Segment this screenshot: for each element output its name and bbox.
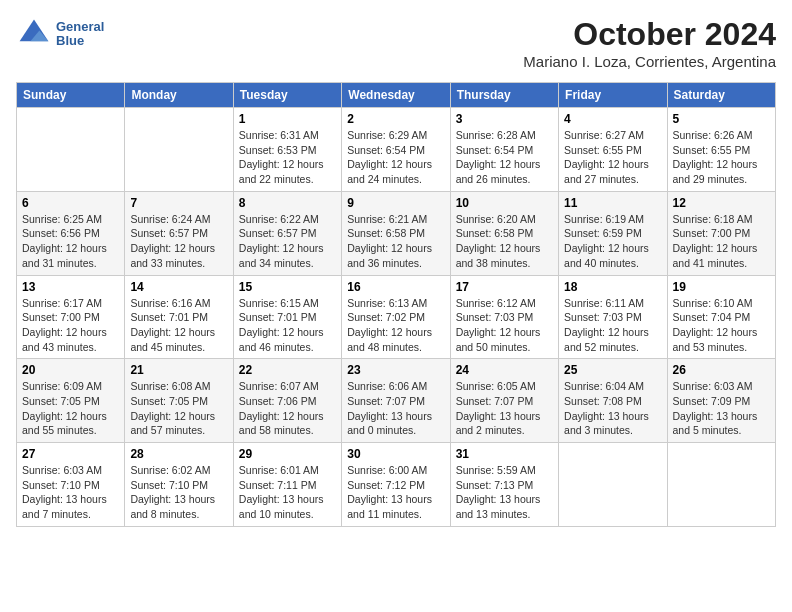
calendar-cell: 26Sunrise: 6:03 AM Sunset: 7:09 PM Dayli… xyxy=(667,359,775,443)
calendar-cell: 1Sunrise: 6:31 AM Sunset: 6:53 PM Daylig… xyxy=(233,108,341,192)
day-info: Sunrise: 5:59 AM Sunset: 7:13 PM Dayligh… xyxy=(456,463,553,522)
day-number: 2 xyxy=(347,112,444,126)
day-number: 15 xyxy=(239,280,336,294)
day-info: Sunrise: 6:07 AM Sunset: 7:06 PM Dayligh… xyxy=(239,379,336,438)
day-number: 12 xyxy=(673,196,770,210)
title-block: October 2024 Mariano I. Loza, Corrientes… xyxy=(523,16,776,70)
day-number: 17 xyxy=(456,280,553,294)
day-number: 18 xyxy=(564,280,661,294)
calendar-cell: 25Sunrise: 6:04 AM Sunset: 7:08 PM Dayli… xyxy=(559,359,667,443)
day-info: Sunrise: 6:16 AM Sunset: 7:01 PM Dayligh… xyxy=(130,296,227,355)
calendar-cell xyxy=(125,108,233,192)
calendar-cell: 27Sunrise: 6:03 AM Sunset: 7:10 PM Dayli… xyxy=(17,443,125,527)
calendar-cell: 20Sunrise: 6:09 AM Sunset: 7:05 PM Dayli… xyxy=(17,359,125,443)
calendar-cell: 14Sunrise: 6:16 AM Sunset: 7:01 PM Dayli… xyxy=(125,275,233,359)
calendar-cell: 3Sunrise: 6:28 AM Sunset: 6:54 PM Daylig… xyxy=(450,108,558,192)
calendar-cell xyxy=(667,443,775,527)
calendar-cell: 22Sunrise: 6:07 AM Sunset: 7:06 PM Dayli… xyxy=(233,359,341,443)
weekday-header-tuesday: Tuesday xyxy=(233,83,341,108)
day-info: Sunrise: 6:02 AM Sunset: 7:10 PM Dayligh… xyxy=(130,463,227,522)
day-number: 22 xyxy=(239,363,336,377)
day-number: 25 xyxy=(564,363,661,377)
day-info: Sunrise: 6:13 AM Sunset: 7:02 PM Dayligh… xyxy=(347,296,444,355)
day-number: 4 xyxy=(564,112,661,126)
logo-line1: General xyxy=(56,20,104,34)
calendar-cell: 8Sunrise: 6:22 AM Sunset: 6:57 PM Daylig… xyxy=(233,191,341,275)
day-number: 5 xyxy=(673,112,770,126)
calendar-cell: 4Sunrise: 6:27 AM Sunset: 6:55 PM Daylig… xyxy=(559,108,667,192)
day-info: Sunrise: 6:12 AM Sunset: 7:03 PM Dayligh… xyxy=(456,296,553,355)
day-number: 1 xyxy=(239,112,336,126)
page-header: General Blue October 2024 Mariano I. Loz… xyxy=(16,16,776,70)
weekday-header-sunday: Sunday xyxy=(17,83,125,108)
day-info: Sunrise: 6:04 AM Sunset: 7:08 PM Dayligh… xyxy=(564,379,661,438)
calendar-cell: 5Sunrise: 6:26 AM Sunset: 6:55 PM Daylig… xyxy=(667,108,775,192)
day-number: 8 xyxy=(239,196,336,210)
day-info: Sunrise: 6:29 AM Sunset: 6:54 PM Dayligh… xyxy=(347,128,444,187)
day-number: 7 xyxy=(130,196,227,210)
calendar-cell: 17Sunrise: 6:12 AM Sunset: 7:03 PM Dayli… xyxy=(450,275,558,359)
calendar-table: SundayMondayTuesdayWednesdayThursdayFrid… xyxy=(16,82,776,527)
calendar-cell: 7Sunrise: 6:24 AM Sunset: 6:57 PM Daylig… xyxy=(125,191,233,275)
day-info: Sunrise: 6:17 AM Sunset: 7:00 PM Dayligh… xyxy=(22,296,119,355)
day-info: Sunrise: 6:11 AM Sunset: 7:03 PM Dayligh… xyxy=(564,296,661,355)
day-info: Sunrise: 6:22 AM Sunset: 6:57 PM Dayligh… xyxy=(239,212,336,271)
calendar-cell: 2Sunrise: 6:29 AM Sunset: 6:54 PM Daylig… xyxy=(342,108,450,192)
day-number: 13 xyxy=(22,280,119,294)
calendar-cell: 16Sunrise: 6:13 AM Sunset: 7:02 PM Dayli… xyxy=(342,275,450,359)
calendar-title: October 2024 xyxy=(523,16,776,53)
day-number: 14 xyxy=(130,280,227,294)
day-number: 20 xyxy=(22,363,119,377)
day-number: 10 xyxy=(456,196,553,210)
day-info: Sunrise: 6:26 AM Sunset: 6:55 PM Dayligh… xyxy=(673,128,770,187)
logo: General Blue xyxy=(16,16,104,52)
day-number: 3 xyxy=(456,112,553,126)
calendar-week-row: 27Sunrise: 6:03 AM Sunset: 7:10 PM Dayli… xyxy=(17,443,776,527)
calendar-cell: 30Sunrise: 6:00 AM Sunset: 7:12 PM Dayli… xyxy=(342,443,450,527)
calendar-week-row: 13Sunrise: 6:17 AM Sunset: 7:00 PM Dayli… xyxy=(17,275,776,359)
day-info: Sunrise: 6:20 AM Sunset: 6:58 PM Dayligh… xyxy=(456,212,553,271)
day-info: Sunrise: 6:21 AM Sunset: 6:58 PM Dayligh… xyxy=(347,212,444,271)
weekday-header-wednesday: Wednesday xyxy=(342,83,450,108)
weekday-header-saturday: Saturday xyxy=(667,83,775,108)
weekday-header-monday: Monday xyxy=(125,83,233,108)
day-info: Sunrise: 6:03 AM Sunset: 7:10 PM Dayligh… xyxy=(22,463,119,522)
day-number: 26 xyxy=(673,363,770,377)
day-number: 24 xyxy=(456,363,553,377)
day-info: Sunrise: 6:08 AM Sunset: 7:05 PM Dayligh… xyxy=(130,379,227,438)
weekday-header-row: SundayMondayTuesdayWednesdayThursdayFrid… xyxy=(17,83,776,108)
day-info: Sunrise: 6:09 AM Sunset: 7:05 PM Dayligh… xyxy=(22,379,119,438)
day-number: 16 xyxy=(347,280,444,294)
day-info: Sunrise: 6:10 AM Sunset: 7:04 PM Dayligh… xyxy=(673,296,770,355)
day-info: Sunrise: 6:18 AM Sunset: 7:00 PM Dayligh… xyxy=(673,212,770,271)
day-number: 11 xyxy=(564,196,661,210)
calendar-cell: 9Sunrise: 6:21 AM Sunset: 6:58 PM Daylig… xyxy=(342,191,450,275)
calendar-cell: 10Sunrise: 6:20 AM Sunset: 6:58 PM Dayli… xyxy=(450,191,558,275)
day-number: 30 xyxy=(347,447,444,461)
calendar-cell: 6Sunrise: 6:25 AM Sunset: 6:56 PM Daylig… xyxy=(17,191,125,275)
calendar-cell: 31Sunrise: 5:59 AM Sunset: 7:13 PM Dayli… xyxy=(450,443,558,527)
day-info: Sunrise: 6:27 AM Sunset: 6:55 PM Dayligh… xyxy=(564,128,661,187)
weekday-header-friday: Friday xyxy=(559,83,667,108)
day-info: Sunrise: 6:00 AM Sunset: 7:12 PM Dayligh… xyxy=(347,463,444,522)
day-number: 19 xyxy=(673,280,770,294)
calendar-subtitle: Mariano I. Loza, Corrientes, Argentina xyxy=(523,53,776,70)
calendar-cell xyxy=(17,108,125,192)
calendar-cell: 12Sunrise: 6:18 AM Sunset: 7:00 PM Dayli… xyxy=(667,191,775,275)
day-number: 23 xyxy=(347,363,444,377)
logo-line2: Blue xyxy=(56,34,104,48)
day-number: 29 xyxy=(239,447,336,461)
day-info: Sunrise: 6:19 AM Sunset: 6:59 PM Dayligh… xyxy=(564,212,661,271)
day-info: Sunrise: 6:05 AM Sunset: 7:07 PM Dayligh… xyxy=(456,379,553,438)
day-number: 9 xyxy=(347,196,444,210)
day-info: Sunrise: 6:06 AM Sunset: 7:07 PM Dayligh… xyxy=(347,379,444,438)
day-number: 21 xyxy=(130,363,227,377)
calendar-week-row: 1Sunrise: 6:31 AM Sunset: 6:53 PM Daylig… xyxy=(17,108,776,192)
day-number: 31 xyxy=(456,447,553,461)
logo-icon xyxy=(16,16,52,52)
calendar-cell: 18Sunrise: 6:11 AM Sunset: 7:03 PM Dayli… xyxy=(559,275,667,359)
calendar-cell: 11Sunrise: 6:19 AM Sunset: 6:59 PM Dayli… xyxy=(559,191,667,275)
logo-text: General Blue xyxy=(56,20,104,49)
day-info: Sunrise: 6:24 AM Sunset: 6:57 PM Dayligh… xyxy=(130,212,227,271)
calendar-week-row: 6Sunrise: 6:25 AM Sunset: 6:56 PM Daylig… xyxy=(17,191,776,275)
